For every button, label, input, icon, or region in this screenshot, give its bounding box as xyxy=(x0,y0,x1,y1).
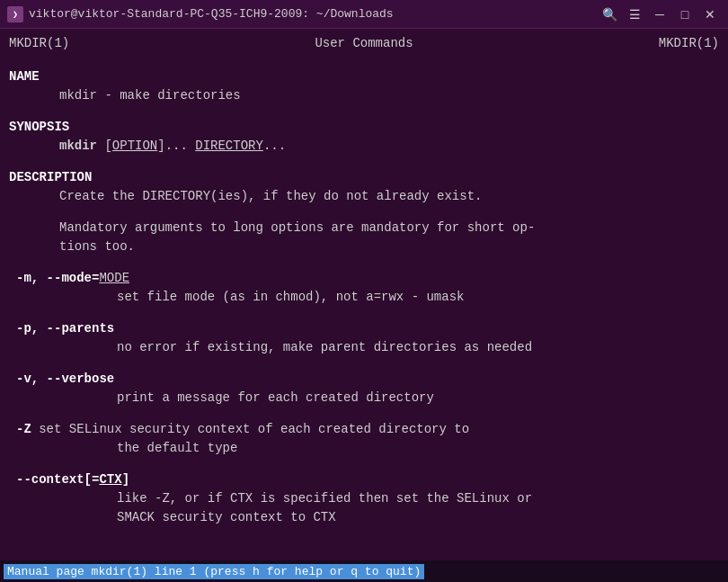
opt-v-desc: print a message for each created directo… xyxy=(9,389,719,407)
opt-z-desc: set SELinux security context of each cre… xyxy=(39,422,469,436)
status-text: Manual page mkdir(1) line 1 (press h for… xyxy=(4,564,424,579)
search-button[interactable]: 🔍 xyxy=(599,4,620,25)
opt-ctx-close: ] xyxy=(122,472,129,487)
name-content: mkdir - make directories xyxy=(9,86,719,105)
synopsis-directory: DIRECTORY xyxy=(195,139,263,153)
synopsis-content: mkdir [OPTION]... DIRECTORY... xyxy=(9,137,719,156)
opt-ctx-desc2: SMACK security context to CTX xyxy=(9,508,719,527)
opt-v-line: -v, --verbose xyxy=(9,370,719,389)
opt-ctx-label: --context[= xyxy=(16,472,99,487)
terminal-icon: ❯ xyxy=(7,6,23,22)
synopsis-rest: ]... xyxy=(157,139,195,153)
opt-p-label: -p, --parents xyxy=(16,321,114,336)
opt-p-line: -p, --parents xyxy=(9,319,719,338)
desc-line1: Create the DIRECTORY(ies), if they do no… xyxy=(9,187,719,206)
synopsis-mkdir: mkdir xyxy=(59,139,104,153)
desc-line2: Mandatory arguments to long options are … xyxy=(9,219,719,237)
window-title: viktor@viktor-Standard-PC-Q35-ICH9-2009:… xyxy=(29,7,394,21)
header-left: MKDIR(1) xyxy=(9,34,69,53)
opt-ctx-underline: CTX xyxy=(99,472,121,487)
title-bar-left: ❯ viktor@viktor-Standard-PC-Q35-ICH9-200… xyxy=(7,6,394,22)
synopsis-ellipsis: ... xyxy=(263,139,286,153)
title-bar-actions: 🔍 ☰ ─ □ ✕ xyxy=(599,4,721,25)
header-center: User Commands xyxy=(315,34,413,53)
opt-m-label: -m, --mode= xyxy=(16,271,99,285)
opt-m-desc: set file mode (as in chmod), not a=rwx -… xyxy=(9,288,719,307)
synopsis-label: SYNOPSIS xyxy=(9,118,719,137)
opt-m-mode: MODE xyxy=(99,271,129,285)
maximize-button[interactable]: □ xyxy=(674,4,696,25)
description-label: DESCRIPTION xyxy=(9,168,719,187)
opt-ctx-desc: like -Z, or if CTX is specified then set… xyxy=(9,489,719,508)
desc-line3: tions too. xyxy=(9,237,719,256)
title-bar: ❯ viktor@viktor-Standard-PC-Q35-ICH9-200… xyxy=(0,0,728,29)
status-bar: Manual page mkdir(1) line 1 (press h for… xyxy=(0,560,728,582)
name-label: NAME xyxy=(9,67,719,86)
opt-p-desc: no error if existing, make parent direct… xyxy=(9,338,719,357)
description-section: DESCRIPTION Create the DIRECTORY(ies), i… xyxy=(9,168,719,527)
opt-m-line: -m, --mode=MODE xyxy=(9,269,719,288)
opt-v-label: -v, --verbose xyxy=(16,372,114,386)
synopsis-option: OPTION xyxy=(112,139,157,153)
menu-button[interactable]: ☰ xyxy=(624,4,645,25)
opt-ctx-line: --context[=CTX] xyxy=(9,470,719,489)
terminal-content: MKDIR(1) User Commands MKDIR(1) NAME mkd… xyxy=(0,29,728,560)
opt-z-line: -Z set SELinux security context of each … xyxy=(9,420,719,439)
man-page-header: MKDIR(1) User Commands MKDIR(1) xyxy=(9,34,719,53)
synopsis-section: SYNOPSIS mkdir [OPTION]... DIRECTORY... xyxy=(9,118,719,156)
header-right: MKDIR(1) xyxy=(659,34,719,53)
name-section: NAME mkdir - make directories xyxy=(9,67,719,105)
opt-z-label: -Z xyxy=(16,422,31,436)
opt-z-desc2: the default type xyxy=(9,439,719,458)
synopsis-bracket-open: [ xyxy=(104,139,111,153)
close-button[interactable]: ✕ xyxy=(699,4,721,25)
minimize-button[interactable]: ─ xyxy=(649,4,670,25)
